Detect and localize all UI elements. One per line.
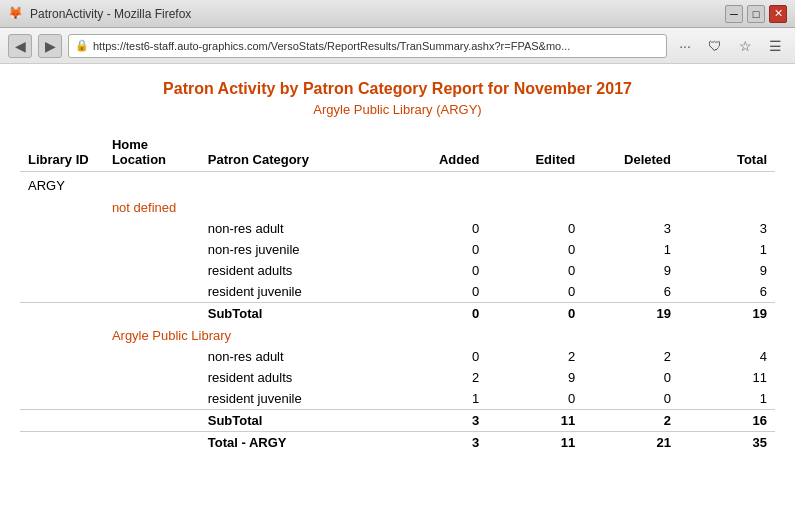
patron-category: resident juvenile [200,388,392,410]
total-value: 3 [679,218,775,239]
edited-value: 0 [487,239,583,260]
added-value: 0 [391,281,487,303]
deleted-value: 1 [583,239,679,260]
browser-title: PatronActivity - Mozilla Firefox [30,7,725,21]
library-id-row: ARGY [20,172,775,197]
table-row: resident juvenile 1 0 0 1 [20,388,775,410]
added-value: 0 [391,260,487,281]
toolbar-right: ··· 🛡 ☆ ☰ [673,34,787,58]
report-table: Library ID Home Location Patron Category… [20,133,775,453]
more-button[interactable]: ··· [673,34,697,58]
patron-category: non-res adult [200,346,392,367]
subtotal-label: SubTotal [200,410,392,432]
maximize-button[interactable]: □ [747,5,765,23]
close-button[interactable]: ✕ [769,5,787,23]
minimize-button[interactable]: ─ [725,5,743,23]
deleted-value: 6 [583,281,679,303]
url-text: https://test6-staff.auto-graphics.com/Ve… [93,40,570,52]
patron-category: resident adults [200,367,392,388]
subtotal-row-0: SubTotal 0 0 19 19 [20,303,775,325]
section-name: not defined [104,196,775,218]
deleted-value: 0 [583,388,679,410]
added-value: 0 [391,218,487,239]
added-value: 0 [391,239,487,260]
patron-category: resident adults [200,260,392,281]
total-value: 1 [679,388,775,410]
section-name: Argyle Public Library [104,324,775,346]
report-subtitle: Argyle Public Library (ARGY) [20,102,775,117]
edited-value: 2 [487,346,583,367]
subtotal-deleted: 2 [583,410,679,432]
edited-value: 0 [487,218,583,239]
added-value: 2 [391,367,487,388]
header-total: Total [679,133,775,172]
total-value: 11 [679,367,775,388]
table-row: non-res adult 0 2 2 4 [20,346,775,367]
table-row: non-res adult 0 0 3 3 [20,218,775,239]
table-row: resident adults 0 0 9 9 [20,260,775,281]
header-edited: Edited [487,133,583,172]
subtotal-edited: 11 [487,410,583,432]
patron-category: non-res juvenile [200,239,392,260]
browser-icon: 🦊 [8,6,24,22]
deleted-value: 9 [583,260,679,281]
forward-button[interactable]: ▶ [38,34,62,58]
page-content: Patron Activity by Patron Category Repor… [0,64,795,469]
total-edited: 11 [487,432,583,454]
table-row: non-res juvenile 0 0 1 1 [20,239,775,260]
lock-icon: 🔒 [75,39,89,52]
total-value: 1 [679,239,775,260]
total-value: 6 [679,281,775,303]
window-controls: ─ □ ✕ [725,5,787,23]
subtotal-added: 3 [391,410,487,432]
edited-value: 0 [487,388,583,410]
edited-value: 0 [487,260,583,281]
total-value: 9 [679,260,775,281]
deleted-value: 0 [583,367,679,388]
total-label: Total - ARGY [200,432,392,454]
table-row: resident juvenile 0 0 6 6 [20,281,775,303]
bookmark-icon[interactable]: ☆ [733,34,757,58]
total-deleted: 21 [583,432,679,454]
address-bar[interactable]: 🔒 https://test6-staff.auto-graphics.com/… [68,34,667,58]
browser-titlebar: 🦊 PatronActivity - Mozilla Firefox ─ □ ✕ [0,0,795,28]
browser-toolbar: ◀ ▶ 🔒 https://test6-staff.auto-graphics.… [0,28,795,64]
total-added: 3 [391,432,487,454]
added-value: 1 [391,388,487,410]
subtotal-total: 16 [679,410,775,432]
section-header-0: not defined [20,196,775,218]
menu-button[interactable]: ☰ [763,34,787,58]
library-code: ARGY [20,172,104,197]
total-total: 35 [679,432,775,454]
header-patron-category: Patron Category [200,133,392,172]
subtotal-row-1: SubTotal 3 11 2 16 [20,410,775,432]
header-deleted: Deleted [583,133,679,172]
header-home-location: Home Location [104,133,200,172]
deleted-value: 3 [583,218,679,239]
patron-category: resident juvenile [200,281,392,303]
patron-category: non-res adult [200,218,392,239]
shield-icon[interactable]: 🛡 [703,34,727,58]
table-row: resident adults 2 9 0 11 [20,367,775,388]
subtotal-label: SubTotal [200,303,392,325]
header-added: Added [391,133,487,172]
subtotal-deleted: 19 [583,303,679,325]
total-row: Total - ARGY 3 11 21 35 [20,432,775,454]
header-library-id: Library ID [20,133,104,172]
total-value: 4 [679,346,775,367]
added-value: 0 [391,346,487,367]
subtotal-total: 19 [679,303,775,325]
table-header-row: Library ID Home Location Patron Category… [20,133,775,172]
deleted-value: 2 [583,346,679,367]
edited-value: 0 [487,281,583,303]
edited-value: 9 [487,367,583,388]
back-button[interactable]: ◀ [8,34,32,58]
subtotal-added: 0 [391,303,487,325]
subtotal-edited: 0 [487,303,583,325]
report-title: Patron Activity by Patron Category Repor… [20,80,775,98]
section-header-1: Argyle Public Library [20,324,775,346]
